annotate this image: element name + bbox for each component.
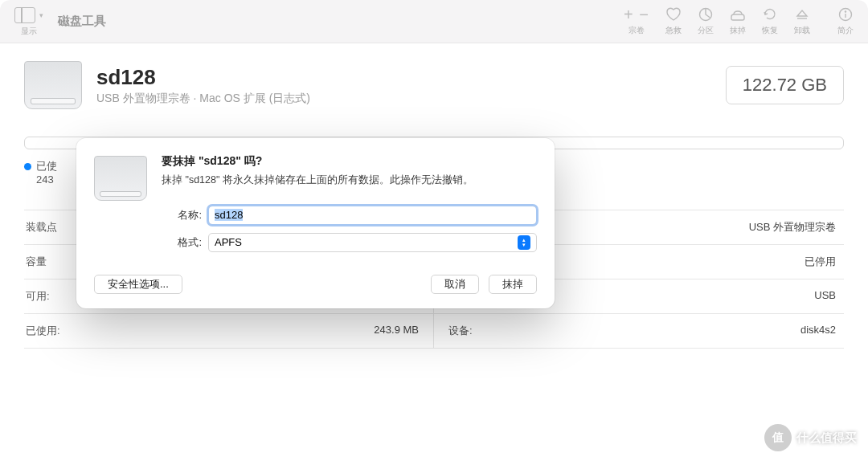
select-arrows-icon: ▴▾ — [518, 235, 530, 250]
info-row: 已使用:243.9 MB — [24, 314, 434, 349]
toolbar-partition[interactable]: 分区 — [698, 6, 714, 36]
view-label: 显示 — [21, 26, 37, 37]
dialog-title: 要抹掉 "sd128" 吗? — [162, 154, 537, 169]
security-options-button[interactable]: 安全性选项... — [94, 275, 182, 294]
watermark: 值 什么值得买 — [764, 424, 857, 451]
restore-icon — [763, 6, 777, 22]
legend-dot — [24, 163, 31, 170]
info-icon — [838, 6, 853, 22]
toolbar-firstaid[interactable]: 急救 — [665, 6, 682, 36]
format-label: 格式: — [162, 235, 202, 250]
plus-minus-icon: + − — [624, 6, 649, 22]
name-label: 名称: — [162, 208, 202, 222]
firstaid-icon — [665, 6, 682, 22]
watermark-text: 什么值得买 — [796, 430, 857, 446]
partition-icon — [698, 6, 713, 22]
eject-icon — [796, 6, 809, 22]
format-select[interactable]: APFS ▴▾ — [208, 233, 537, 252]
capacity-box: 122.72 GB — [726, 66, 844, 104]
dialog-description: 抹掉 "sd128" 将永久抹掉储存在上面的所有数据。此操作无法撤销。 — [162, 173, 537, 188]
toolbar-volume[interactable]: + − 宗卷 — [624, 6, 649, 36]
dialog-disk-icon — [94, 156, 147, 201]
disk-icon — [24, 61, 82, 109]
svg-point-2 — [845, 11, 845, 12]
erase-icon — [730, 6, 746, 22]
toolbar-erase[interactable]: 抹掉 — [730, 6, 746, 36]
info-row: 设备:disk4s2 — [434, 314, 844, 349]
name-input[interactable] — [208, 206, 537, 225]
erase-button[interactable]: 抹掉 — [489, 275, 537, 294]
toolbar-unmount[interactable]: 卸载 — [794, 6, 810, 36]
watermark-badge: 值 — [764, 424, 792, 451]
chevron-down-icon: ▾ — [39, 11, 43, 19]
toolbar: ▾ 显示 磁盘工具 + − 宗卷 急救 分区 抹掉 — [0, 0, 868, 43]
cancel-button[interactable]: 取消 — [431, 275, 479, 294]
sidebar-icon — [14, 7, 35, 23]
app-title: 磁盘工具 — [58, 14, 106, 29]
view-switcher[interactable]: ▾ 显示 — [14, 6, 43, 37]
erase-dialog: 要抹掉 "sd128" 吗? 抹掉 "sd128" 将永久抹掉储存在上面的所有数… — [76, 138, 555, 308]
disk-name: sd128 — [96, 65, 310, 90]
format-value: APFS — [215, 236, 242, 248]
toolbar-restore[interactable]: 恢复 — [762, 6, 778, 36]
toolbar-info[interactable]: 简介 — [837, 6, 854, 36]
disk-subtitle: USB 外置物理宗卷 · Mac OS 扩展 (日志式) — [96, 92, 310, 106]
